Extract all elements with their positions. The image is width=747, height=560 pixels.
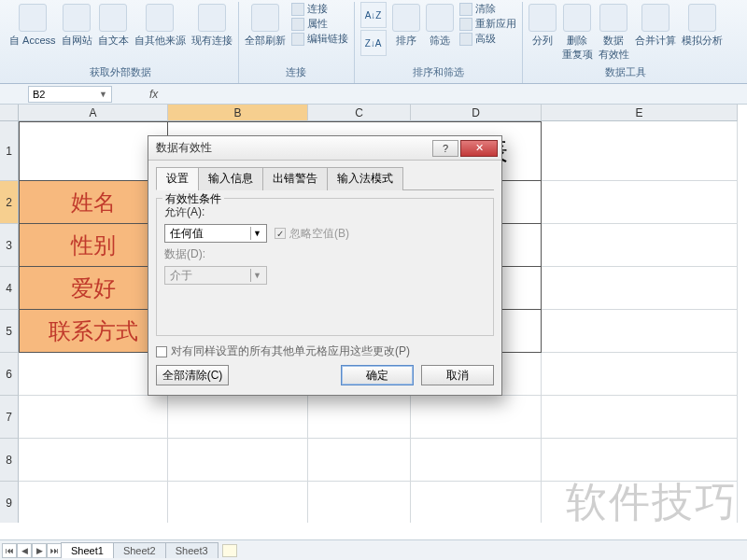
row-header-2[interactable]: 2 [0, 181, 19, 224]
cell-e5[interactable] [542, 310, 738, 353]
cell[interactable] [411, 439, 542, 482]
connections-link[interactable]: 连接 [291, 2, 348, 16]
clear-filter-button[interactable]: 清除 [459, 2, 516, 16]
row-header-5[interactable]: 5 [0, 310, 19, 353]
data-label: 数据(D): [164, 246, 486, 262]
nav-last-button[interactable]: ⏭ [47, 543, 62, 558]
cell-a4-label[interactable]: 爱好 [19, 267, 168, 310]
data-combobox: 介于▼ [164, 266, 267, 285]
from-text-button[interactable]: 自文本 [98, 2, 129, 48]
col-header-c[interactable]: C [308, 105, 411, 121]
filter-button[interactable]: 筛选 [426, 2, 454, 48]
row-header-7[interactable]: 7 [0, 396, 19, 439]
cell-a2-label[interactable]: 姓名 [19, 181, 168, 224]
cell-a1[interactable] [19, 121, 168, 181]
cell[interactable] [168, 439, 308, 482]
text-to-columns-button[interactable]: 分列 [529, 2, 557, 48]
sort-button[interactable]: 排序 [392, 2, 420, 48]
row-header-6[interactable]: 6 [0, 353, 19, 396]
from-other-button[interactable]: 自其他来源 [134, 2, 186, 48]
tab-error-alert[interactable]: 出错警告 [262, 167, 328, 190]
dropdown-icon: ▼ [99, 90, 107, 99]
col-header-a[interactable]: A [19, 105, 168, 121]
dialog-tabs: 设置 输入信息 出错警告 输入法模式 [156, 166, 494, 190]
row-header-1[interactable]: 1 [0, 121, 19, 181]
reapply-icon [459, 18, 472, 31]
col-header-d[interactable]: D [411, 105, 542, 121]
cell[interactable] [19, 353, 168, 396]
col-header-b[interactable]: B [168, 105, 308, 121]
edit-links-link[interactable]: 编辑链接 [291, 32, 348, 46]
cell[interactable] [542, 439, 738, 482]
remove-duplicates-button[interactable]: 删除 重复项 [562, 2, 593, 62]
clear-all-button[interactable]: 全部清除(C) [156, 365, 229, 385]
row-header-8[interactable]: 8 [0, 439, 19, 482]
from-access-button[interactable]: 自 Access [9, 2, 56, 48]
sort-asc-button[interactable]: A↓Z [360, 2, 387, 28]
advanced-button[interactable]: 高级 [459, 32, 516, 46]
text-icon [99, 4, 127, 32]
cell[interactable] [542, 482, 738, 523]
checkbox-icon: ✓ [275, 228, 286, 239]
cancel-button[interactable]: 取消 [421, 365, 494, 385]
dialog-titlebar[interactable]: 数据有效性 ? ✕ [148, 136, 501, 161]
cell-e1[interactable] [542, 121, 738, 181]
cell[interactable] [168, 482, 308, 523]
fx-label[interactable]: fx [149, 88, 158, 101]
col-header-e[interactable]: E [542, 105, 738, 121]
consolidate-button[interactable]: 合并计算 [635, 2, 676, 48]
existing-connections-button[interactable]: 现有连接 [191, 2, 233, 48]
cell-e4[interactable] [542, 267, 738, 310]
whatif-button[interactable]: 模拟分析 [682, 2, 723, 48]
row-header-9[interactable]: 9 [0, 482, 19, 523]
sheet-tab-1[interactable]: Sheet1 [61, 542, 114, 558]
cell[interactable] [411, 482, 542, 523]
cell-e3[interactable] [542, 224, 738, 267]
nav-first-button[interactable]: ⏮ [2, 543, 17, 558]
cell-e2[interactable] [542, 181, 738, 224]
cell[interactable] [168, 396, 308, 439]
refresh-all-button[interactable]: 全部刷新 [245, 2, 286, 48]
properties-link[interactable]: 属性 [291, 17, 348, 31]
data-validation-button[interactable]: 数据 有效性 [599, 2, 629, 62]
nav-prev-button[interactable]: ◀ [17, 543, 32, 558]
help-button[interactable]: ? [432, 140, 458, 157]
from-web-button[interactable]: 自网站 [62, 2, 92, 48]
group-title: 排序和筛选 [413, 63, 464, 81]
cell[interactable] [542, 396, 738, 439]
reapply-button[interactable]: 重新应用 [459, 17, 516, 31]
close-button[interactable]: ✕ [460, 140, 498, 157]
apply-all-checkbox[interactable]: 对有同样设置的所有其他单元格应用这些更改(P) [156, 343, 494, 359]
ok-button[interactable]: 确定 [341, 365, 414, 385]
ribbon-group-data-tools: 分列 删除 重复项 数据 有效性 合并计算 模拟分析 数据工具 [523, 2, 728, 83]
cell[interactable] [411, 396, 542, 439]
tab-settings[interactable]: 设置 [156, 167, 199, 190]
tab-ime-mode[interactable]: 输入法模式 [327, 167, 403, 190]
formula-bar: B2▼ fx [0, 84, 747, 105]
row-header-3[interactable]: 3 [0, 224, 19, 267]
cell[interactable] [542, 353, 738, 396]
select-all-corner[interactable] [0, 105, 19, 121]
chevron-down-icon: ▼ [250, 269, 263, 282]
sheet-tab-3[interactable]: Sheet3 [165, 542, 218, 558]
cell[interactable] [308, 396, 411, 439]
cell[interactable] [19, 482, 168, 523]
cell-a5-label[interactable]: 联系方式 [19, 310, 168, 353]
new-sheet-button[interactable] [222, 544, 237, 557]
cell[interactable] [308, 439, 411, 482]
dedup-icon [563, 4, 591, 32]
cell[interactable] [19, 396, 168, 439]
tab-input-message[interactable]: 输入信息 [198, 167, 263, 190]
group-title: 获取外部数据 [90, 63, 151, 81]
nav-next-button[interactable]: ▶ [32, 543, 47, 558]
sort-desc-button[interactable]: Z↓A [360, 30, 387, 56]
group-title: 连接 [286, 63, 306, 81]
cell-a3-label[interactable]: 性别 [19, 224, 168, 267]
allow-combobox[interactable]: 任何值▼ [164, 224, 267, 243]
properties-icon [291, 18, 304, 31]
sheet-tab-2[interactable]: Sheet2 [113, 542, 166, 558]
cell[interactable] [19, 439, 168, 482]
row-header-4[interactable]: 4 [0, 267, 19, 310]
name-box[interactable]: B2▼ [28, 86, 112, 103]
cell[interactable] [308, 482, 411, 523]
